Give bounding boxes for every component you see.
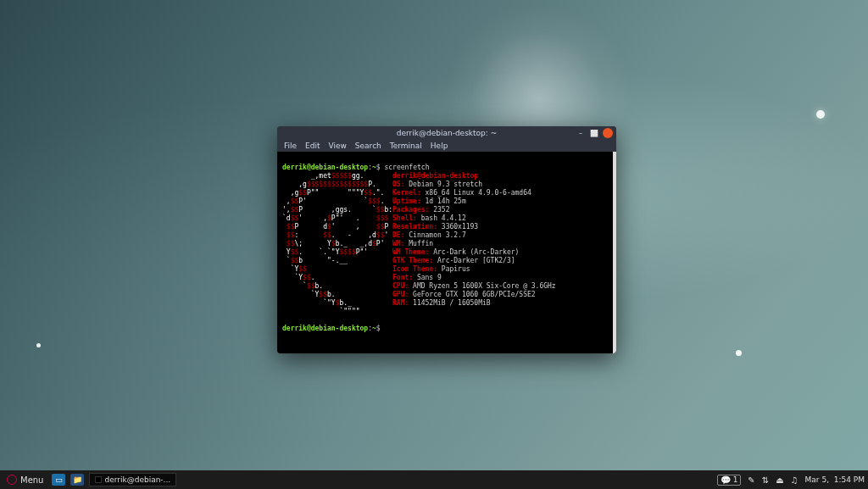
menu-icon <box>7 475 17 485</box>
font-key: Font: <box>392 274 413 281</box>
menubar: File Edit View Search Terminal Help <box>277 141 616 152</box>
info-header: derrik@debian-desktop <box>392 172 478 180</box>
window-title: derrik@debian-desktop: ~ <box>397 129 497 137</box>
cpu-val: AMD Ryzen 5 1600X Six-Core @ 3.6GHz <box>413 282 556 290</box>
scrollbar[interactable] <box>613 152 616 353</box>
typed-command: screenfetch <box>384 164 429 171</box>
notification-indicator[interactable]: 💬 1 <box>717 475 742 486</box>
os-key: OS: <box>392 181 404 188</box>
terminal-window[interactable]: derrik@debian-desktop: ~ – ⬜ File Edit V… <box>277 126 616 353</box>
taskbar-active-task[interactable]: derrik@debian-... <box>89 473 176 486</box>
ram-key: RAM: <box>392 299 409 307</box>
time-label: 1:54 PM <box>834 475 865 484</box>
prompt-dollar: $ <box>376 164 381 171</box>
gtktheme-val: Arc-Darker [GTK2/3] <box>437 257 515 264</box>
desktop-background[interactable]: derrik@debian-desktop: ~ – ⬜ File Edit V… <box>0 0 868 489</box>
decor-dot <box>816 110 825 119</box>
decor-dot <box>36 343 41 347</box>
titlebar[interactable]: derrik@debian-desktop: ~ – ⬜ <box>277 126 616 141</box>
gpu-key: GPU: <box>392 291 409 298</box>
font-val: Sans 9 <box>417 274 442 281</box>
icontheme-key: Icon Theme: <box>392 265 437 273</box>
show-desktop-icon[interactable]: ▭ <box>52 474 65 486</box>
menu-edit[interactable]: Edit <box>305 142 320 150</box>
maximize-button[interactable]: ⬜ <box>589 128 599 138</box>
ram-val: 11452MiB / 16050MiB <box>413 299 491 307</box>
menu-help[interactable]: Help <box>431 142 448 150</box>
menu-label: Menu <box>20 475 43 485</box>
sound-tray-icon[interactable]: ♫ <box>791 475 798 485</box>
resolution-key: Resolution: <box>392 223 437 231</box>
icontheme-val: Papirus <box>442 265 470 273</box>
packages-key: Packages: <box>392 206 429 214</box>
menu-terminal[interactable]: Terminal <box>390 142 422 150</box>
cpu-key: CPU: <box>392 282 409 290</box>
wmtheme-val: Arc-Dark (Arc-Darker) <box>433 248 519 256</box>
wm-key: WM: <box>392 240 404 247</box>
notification-count: 1 <box>733 475 738 484</box>
os-val: Debian 9.3 stretch <box>409 181 482 188</box>
decor-dot <box>736 350 742 356</box>
close-button[interactable] <box>603 128 613 138</box>
date-label: Mar 5, <box>805 475 829 484</box>
menu-file[interactable]: File <box>284 142 297 150</box>
task-label: derrik@debian-... <box>104 474 170 486</box>
prompt-dollar: $ <box>376 325 381 332</box>
gpu-val: GeForce GTX 1060 6GB/PCIe/SSE2 <box>413 291 536 298</box>
de-key: DE: <box>392 231 404 239</box>
chat-icon: 💬 <box>721 475 731 485</box>
resolution-val: 3360x1193 <box>442 223 478 231</box>
taskbar: Menu ▭ 📁 derrik@debian-... 💬 1 ✎ ⇅ ⏏ ♫ M… <box>0 470 868 489</box>
files-icon[interactable]: 📁 <box>70 474 84 486</box>
network-tray-icon[interactable]: ⇅ <box>762 475 769 485</box>
minimize-button[interactable]: – <box>576 128 586 138</box>
prompt-user: derrik@debian-desktop <box>282 164 368 171</box>
shell-val: bash 4.4.12 <box>421 214 466 222</box>
ascii-logo: _,met$$$$$gg. ,g$$$$$$$$$$$$$$$P. ,g$$P"… <box>282 172 392 316</box>
kernel-val: x86_64 Linux 4.9.0-6-amd64 <box>426 189 531 197</box>
uptime-val: 1d 14h 25m <box>426 197 466 205</box>
wmtheme-key: WM Theme: <box>392 248 429 256</box>
wm-val: Muffin <box>409 240 433 247</box>
gtktheme-key: GTK Theme: <box>392 257 433 264</box>
shell-key: Shell: <box>392 214 417 222</box>
disk-tray-icon[interactable]: ⏏ <box>776 475 783 485</box>
sysinfo: derrik@debian-desktop OS: Debian 9.3 str… <box>392 172 556 308</box>
clock[interactable]: Mar 5, 1:54 PM <box>805 475 865 484</box>
editor-tray-icon[interactable]: ✎ <box>748 475 754 485</box>
menu-view[interactable]: View <box>329 142 347 150</box>
terminal-task-icon <box>95 476 102 483</box>
menu-button[interactable]: Menu <box>3 475 47 485</box>
kernel-key: Kernel: <box>392 189 421 197</box>
de-val: Cinnamon 3.2.7 <box>409 231 465 239</box>
prompt-user: derrik@debian-desktop <box>282 325 368 332</box>
menu-search[interactable]: Search <box>355 142 381 150</box>
packages-val: 2352 <box>433 206 449 214</box>
uptime-key: Uptime: <box>392 197 421 205</box>
terminal-body[interactable]: derrik@debian-desktop:~$ screenfetch _,m… <box>277 152 616 353</box>
